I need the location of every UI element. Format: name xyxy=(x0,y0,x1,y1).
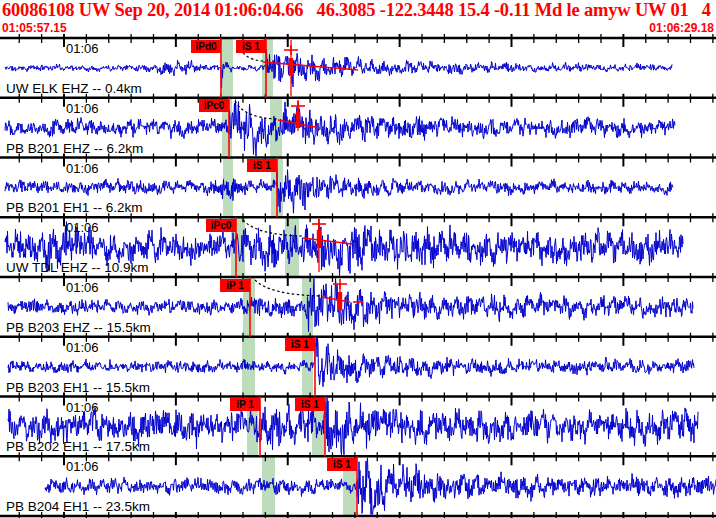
trace-time-label: 01:06 xyxy=(66,220,99,235)
amplitude-bar[interactable] xyxy=(296,112,300,128)
pick-flag[interactable]: iS 1 xyxy=(285,338,315,351)
station-label: PB B202 EH1 -- 17.5km xyxy=(6,439,150,454)
station-label: UW ELK EHZ -- 0.4km xyxy=(6,81,142,96)
station-label: PB B203 EH1 -- 15.5km xyxy=(6,380,150,395)
pick-flag[interactable]: iP 1 xyxy=(220,279,250,292)
trace-time-label: 01:06 xyxy=(66,340,99,355)
station-label: PB B201 EHZ -- 6.2km xyxy=(6,141,143,156)
pick-flag[interactable]: iPd0 xyxy=(191,40,221,53)
station-label: PB B204 EH1 -- 23.5km xyxy=(6,499,150,514)
trace-time-label: 01:06 xyxy=(66,41,99,56)
amplitude-bar[interactable] xyxy=(289,58,293,76)
pick-flag[interactable]: iPc0 xyxy=(206,219,236,232)
trace-time-label: 01:06 xyxy=(66,459,99,474)
seismogram-window: 60086108 UW Sep 20, 2014 01:06:04.66 46.… xyxy=(0,0,716,518)
station-label: PB B201 EH1 -- 6.2km xyxy=(6,200,143,215)
pick-flag[interactable]: iS 1 xyxy=(327,458,357,471)
station-label: UW TDL EHZ -- 10.9km xyxy=(6,260,149,275)
pick-flag[interactable]: iP 1 xyxy=(230,398,260,411)
station-label: PB B203 EHZ -- 15.5km xyxy=(6,320,151,335)
trace-time-label: 01:06 xyxy=(66,101,99,116)
amplitude-bar[interactable] xyxy=(338,292,342,310)
trace-time-label: 01:06 xyxy=(66,280,99,295)
pick-flag[interactable]: iS 1 xyxy=(236,40,266,53)
amplitude-bar[interactable] xyxy=(317,230,321,248)
pick-flag[interactable]: iPc0 xyxy=(199,99,229,112)
pick-flag[interactable]: iS 1 xyxy=(295,398,325,411)
trace-time-label: 01:06 xyxy=(66,161,99,176)
trace-time-label: 01:06 xyxy=(66,400,99,415)
pick-flag[interactable]: iS 1 xyxy=(247,159,277,172)
